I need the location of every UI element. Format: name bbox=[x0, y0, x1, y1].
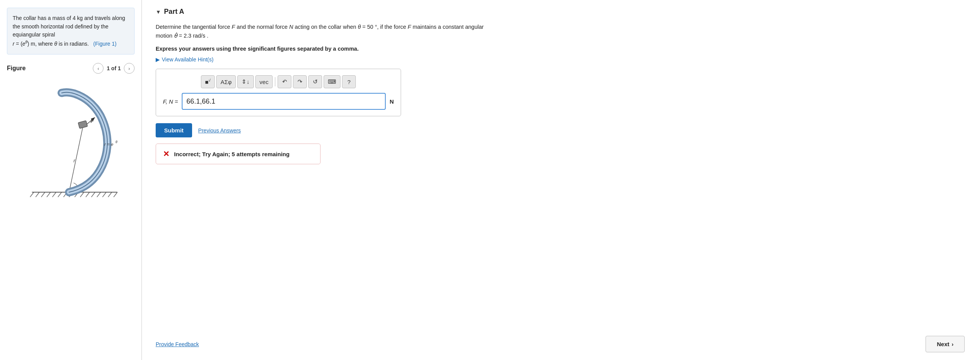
bold-instruction: Express your answers using three signifi… bbox=[156, 46, 965, 52]
next-label: Next bbox=[937, 341, 949, 347]
svg-line-4 bbox=[47, 192, 51, 197]
svg-line-16 bbox=[113, 192, 117, 197]
equation: r = (eθ) m, where θ is in radians. bbox=[13, 41, 90, 47]
figure-next-button[interactable]: › bbox=[124, 63, 135, 74]
right-panel: ▼ Part A Determine the tangential force … bbox=[142, 0, 980, 360]
provide-feedback-link[interactable]: Provide Feedback bbox=[156, 341, 199, 347]
figure-svg: θ r F r = e θ bbox=[8, 83, 134, 201]
math-toolbar: ■√ AΣφ ⇕↓ vec ↶ ↷ ↺ ⌨ bbox=[163, 75, 394, 88]
previous-answers-link[interactable]: Previous Answers bbox=[198, 127, 241, 134]
vec-label: vec bbox=[260, 79, 268, 85]
input-row: F, N = N bbox=[163, 93, 394, 110]
submit-row: Submit Previous Answers bbox=[156, 123, 965, 137]
svg-line-11 bbox=[86, 192, 89, 197]
undo-button[interactable]: ↶ bbox=[278, 75, 291, 88]
svg-line-1 bbox=[30, 192, 34, 197]
next-button[interactable]: Next › bbox=[926, 336, 965, 352]
answer-input[interactable] bbox=[182, 93, 386, 110]
incorrect-text: Incorrect; Try Again; 5 attempts remaini… bbox=[174, 151, 289, 157]
input-label: F, N = bbox=[163, 98, 178, 105]
figure-navigation: ‹ 1 of 1 › bbox=[93, 63, 135, 74]
svg-text:r = e: r = e bbox=[104, 142, 113, 147]
svg-text:θ: θ bbox=[115, 140, 117, 144]
vec-button[interactable]: vec bbox=[255, 75, 273, 88]
svg-line-6 bbox=[58, 192, 62, 197]
svg-line-14 bbox=[102, 192, 106, 197]
bottom-row: Provide Feedback Next › bbox=[156, 332, 965, 352]
greek-symbols-button[interactable]: AΣφ bbox=[216, 75, 236, 88]
svg-line-15 bbox=[108, 192, 112, 197]
help-button[interactable]: ? bbox=[342, 75, 356, 88]
toolbar-separator-1 bbox=[275, 77, 275, 86]
submit-button[interactable]: Submit bbox=[156, 123, 192, 137]
svg-line-12 bbox=[91, 192, 95, 197]
problem-text: The collar has a mass of 4 kg and travel… bbox=[13, 15, 125, 38]
figure-title: Figure bbox=[7, 65, 26, 72]
hint-arrow-icon: ▶ bbox=[156, 56, 160, 63]
problem-description: Determine the tangential force F and the… bbox=[156, 23, 485, 40]
answer-box: ■√ AΣφ ⇕↓ vec ↶ ↷ ↺ ⌨ bbox=[156, 69, 401, 116]
svg-line-18 bbox=[69, 126, 83, 192]
hint-link-label: View Available Hint(s) bbox=[162, 56, 214, 63]
formula-button[interactable]: ■√ bbox=[201, 75, 215, 88]
figure-image-area: θ r F r = e θ bbox=[7, 81, 135, 203]
figure-section-header: Figure ‹ 1 of 1 › bbox=[7, 63, 135, 74]
incorrect-icon: ✕ bbox=[163, 149, 169, 159]
hint-link[interactable]: ▶ View Available Hint(s) bbox=[156, 56, 965, 63]
figure-link[interactable]: (Figure 1) bbox=[93, 41, 117, 47]
svg-rect-21 bbox=[78, 121, 87, 129]
part-label: Part A bbox=[164, 8, 184, 16]
part-header: ▼ Part A bbox=[156, 8, 965, 16]
svg-line-13 bbox=[97, 192, 100, 197]
next-arrow-icon: › bbox=[952, 341, 954, 347]
part-collapse-arrow[interactable]: ▼ bbox=[156, 9, 161, 15]
redo-button[interactable]: ↷ bbox=[293, 75, 307, 88]
problem-statement: The collar has a mass of 4 kg and travel… bbox=[7, 8, 135, 54]
figure-count: 1 of 1 bbox=[107, 65, 121, 71]
svg-line-2 bbox=[35, 192, 39, 197]
keyboard-button[interactable]: ⌨ bbox=[324, 75, 340, 88]
unit-label: N bbox=[390, 98, 394, 105]
left-panel: The collar has a mass of 4 kg and travel… bbox=[0, 0, 142, 360]
svg-text:F: F bbox=[90, 119, 94, 124]
figure-prev-button[interactable]: ‹ bbox=[93, 63, 104, 74]
svg-line-10 bbox=[80, 192, 84, 197]
arrows-button[interactable]: ⇕↓ bbox=[237, 75, 254, 88]
svg-line-5 bbox=[52, 192, 56, 197]
refresh-button[interactable]: ↺ bbox=[308, 75, 322, 88]
svg-line-3 bbox=[41, 192, 45, 197]
incorrect-feedback-box: ✕ Incorrect; Try Again; 5 attempts remai… bbox=[156, 144, 321, 164]
